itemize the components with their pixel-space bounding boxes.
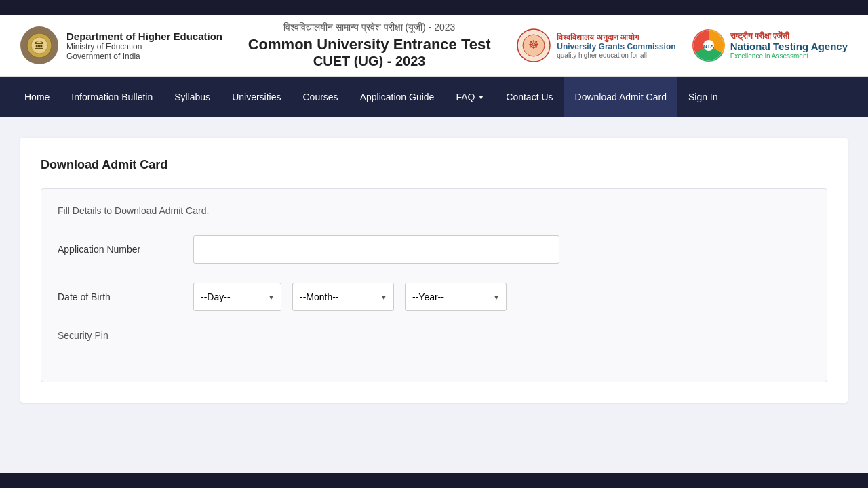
india-emblem-icon: 🏛 (20, 26, 58, 64)
ministry-name: Ministry of Education (66, 42, 222, 52)
bottom-bar (0, 473, 868, 488)
svg-text:🏛: 🏛 (35, 40, 44, 51)
security-pin-row: Security Pin (58, 330, 810, 341)
nta-hindi: राष्ट्रीय परीक्षा एजेंसी (730, 31, 848, 41)
ugc-logo: ☸ विश्वविद्यालय अनुदान आयोग University G… (516, 28, 675, 63)
top-bar (0, 0, 868, 15)
header-right: ☸ विश्वविद्यालय अनुदान आयोग University G… (516, 28, 848, 63)
svg-text:NTA: NTA (703, 43, 714, 49)
sub-title: CUET (UG) - 2023 (248, 54, 491, 69)
nta-text: राष्ट्रीय परीक्षा एजेंसी National Testin… (730, 31, 848, 60)
application-number-input[interactable] (193, 235, 559, 264)
form-card: Fill Details to Download Admit Card. App… (41, 188, 827, 382)
card-title: Download Admit Card (41, 158, 827, 172)
year-select[interactable]: --Year--19901991199219931994199519961997… (405, 283, 507, 311)
nta-name: National Testing Agency (730, 41, 848, 52)
nav-download-admit-card[interactable]: Download Admit Card (564, 77, 677, 117)
application-number-label: Application Number (58, 244, 193, 255)
day-select[interactable]: --Day--010203040506070809101112131415161… (193, 283, 281, 311)
nav-information-bulletin[interactable]: Information Bulletin (60, 77, 163, 117)
ugc-text: विश्वविद्यालय अनुदान आयोग University Gra… (557, 33, 675, 59)
security-pin-label: Security Pin (58, 330, 193, 341)
nav-universities[interactable]: Universities (221, 77, 292, 117)
main-card: Download Admit Card Fill Details to Down… (20, 138, 848, 403)
govt-name: Government of India (66, 52, 222, 61)
nta-tagline: Excellence in Assessment (730, 52, 848, 60)
nav-syllabus[interactable]: Syllabus (163, 77, 221, 117)
main-title: Common University Entrance Test (248, 36, 491, 54)
date-of-birth-row: Date of Birth --Day--0102030405060708091… (58, 283, 810, 311)
header-org-info: Department of Higher Education Ministry … (66, 30, 222, 61)
nav-contact-us[interactable]: Contact Us (495, 77, 564, 117)
application-number-row: Application Number (58, 235, 810, 264)
day-select-wrap: --Day--010203040506070809101112131415161… (193, 283, 281, 311)
nav-application-guide[interactable]: Application Guide (349, 77, 446, 117)
month-select-wrap: --Month--JanuaryFebruaryMarchAprilMayJun… (292, 283, 394, 311)
main-content: Download Admit Card Fill Details to Down… (0, 117, 868, 423)
nta-logo: NTA राष्ट्रीय परीक्षा एजेंसी National Te… (692, 29, 848, 62)
year-select-wrap: --Year--19901991199219931994199519961997… (405, 283, 507, 311)
nav-courses[interactable]: Courses (292, 77, 349, 117)
svg-text:☸: ☸ (528, 38, 539, 52)
header-center: विश्वविद्यालयीन सामान्य प्रवेश परीक्षा (… (248, 22, 491, 69)
form-instruction: Fill Details to Download Admit Card. (58, 205, 810, 216)
ugc-tagline: quality higher education for all (557, 52, 675, 59)
nta-emblem-icon: NTA (692, 29, 725, 62)
navbar: Home Information Bulletin Syllabus Unive… (0, 77, 868, 117)
nav-sign-in[interactable]: Sign In (677, 77, 729, 117)
dob-container: --Day--010203040506070809101112131415161… (193, 283, 507, 311)
nav-home[interactable]: Home (14, 77, 60, 117)
ugc-name: University Grants Commission (557, 42, 675, 52)
ugc-hindi: विश्वविद्यालय अनुदान आयोग (557, 33, 675, 42)
header: 🏛 Department of Higher Education Ministr… (0, 15, 868, 77)
faq-dropdown-icon: ▼ (477, 94, 484, 101)
date-of-birth-label: Date of Birth (58, 291, 193, 302)
nav-faq[interactable]: FAQ ▼ (445, 77, 495, 117)
dept-name: Department of Higher Education (66, 30, 222, 42)
hindi-title: विश्वविद्यालयीन सामान्य प्रवेश परीक्षा (… (248, 22, 491, 33)
ugc-emblem-icon: ☸ (516, 28, 551, 63)
header-left: 🏛 Department of Higher Education Ministr… (20, 26, 222, 64)
month-select[interactable]: --Month--JanuaryFebruaryMarchAprilMayJun… (292, 283, 394, 311)
